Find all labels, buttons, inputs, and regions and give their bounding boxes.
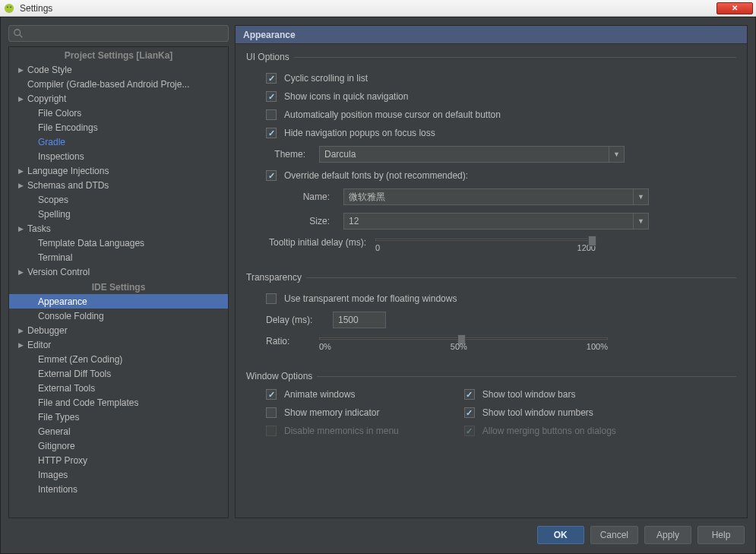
ide-item[interactable]: ▶Debugger	[9, 323, 228, 337]
hide-popups-checkbox[interactable]	[266, 128, 277, 138]
tree-expand-icon: ▶	[18, 327, 26, 334]
project-item[interactable]: Inspections	[9, 149, 228, 163]
override-fonts-checkbox[interactable]	[266, 170, 277, 181]
project-item[interactable]: Compiler (Gradle-based Android Proje...	[9, 77, 228, 91]
tree-expand-icon: ▶	[18, 341, 26, 349]
mnemon-checkbox[interactable]	[266, 426, 277, 436]
ide-item[interactable]: File and Code Templates	[9, 395, 228, 410]
right-panel: Appearance UI Options Cyclic scrolling i…	[235, 25, 748, 518]
project-item[interactable]: Template Data Languages	[9, 236, 228, 250]
ide-item[interactable]: Images	[9, 467, 228, 482]
animate-checkbox[interactable]	[266, 389, 277, 400]
dropdown-caret-icon: ▼	[633, 214, 648, 229]
override-fonts-label: Override default fonts by (not recommend…	[284, 170, 468, 181]
tree-expand-icon: ▶	[18, 268, 26, 276]
svg-point-2	[10, 6, 11, 8]
project-item[interactable]: ▶Schemas and DTDs	[9, 178, 228, 192]
search-input[interactable]	[8, 25, 229, 42]
font-name-select[interactable]: 微软雅黑▼	[343, 188, 649, 205]
group-ui-options-legend: UI Options	[246, 52, 294, 62]
tree-expand-icon: ▶	[18, 95, 26, 103]
settings-tree[interactable]: Project Settings [LianKa] ▶Code StyleCom…	[8, 46, 229, 518]
tree-item-label: Editor	[27, 340, 51, 350]
tooltip-min: 0	[375, 243, 380, 252]
tree-item-label: Compiler (Gradle-based Android Proje...	[27, 79, 189, 90]
tree-item-label: Tasks	[27, 223, 51, 234]
window-buttons: ✕	[715, 2, 753, 14]
ide-item[interactable]: External Tools	[9, 381, 228, 395]
ide-item[interactable]: Intentions	[9, 482, 228, 496]
theme-select[interactable]: Darcula▼	[319, 146, 625, 163]
project-item[interactable]: ▶Tasks	[9, 221, 228, 236]
group-transparency-legend: Transparency	[246, 272, 306, 283]
tree-item-label: Terminal	[38, 252, 72, 263]
tree-item-label: Debugger	[27, 325, 68, 336]
toolnums-checkbox[interactable]	[464, 407, 475, 418]
group-window-options-legend: Window Options	[246, 371, 317, 381]
tree-item-label: Version Control	[27, 267, 90, 277]
panel-title: Appearance	[236, 26, 747, 44]
slider-thumb[interactable]	[588, 236, 596, 246]
ide-item[interactable]: ▶Editor	[9, 337, 228, 352]
app-icon	[3, 2, 15, 14]
window-close-button[interactable]: ✕	[716, 2, 753, 14]
help-button[interactable]: Help	[697, 526, 745, 544]
mnemon-label: Disable mnemonics in menu	[284, 426, 399, 436]
project-item[interactable]: File Encodings	[9, 120, 228, 135]
search-wrap	[8, 25, 229, 42]
ide-item[interactable]: Emmet (Zen Coding)	[9, 352, 228, 366]
tooltip-delay-label: Tooltip initial delay (ms):	[246, 237, 375, 248]
project-item[interactable]: ▶Version Control	[9, 264, 228, 279]
project-item[interactable]: Spelling	[9, 207, 228, 221]
tree-item-label: Inspections	[38, 151, 84, 162]
transparent-label: Use transparent mode for floating window…	[284, 293, 457, 304]
auto-mouse-label: Automatically position mouse cursor on d…	[284, 109, 501, 120]
project-item[interactable]: Terminal	[9, 250, 228, 264]
cancel-button[interactable]: Cancel	[590, 526, 638, 544]
trans-delay-value: 1500	[338, 315, 359, 325]
merge-checkbox[interactable]	[464, 426, 475, 436]
show-icons-checkbox[interactable]	[266, 91, 277, 102]
apply-button[interactable]: Apply	[644, 526, 691, 544]
ide-item[interactable]: File Types	[9, 410, 228, 424]
ratio-min: 0%	[319, 342, 331, 351]
toolbars-checkbox[interactable]	[464, 389, 475, 400]
ide-item[interactable]: External Diff Tools	[9, 366, 228, 381]
ide-item[interactable]: Gitignore	[9, 438, 228, 453]
font-name-label: Name:	[246, 192, 330, 202]
memory-checkbox[interactable]	[266, 407, 277, 418]
tree-item-label: Copyright	[27, 93, 66, 104]
show-icons-label: Show icons in quick navigation	[284, 91, 408, 102]
trans-delay-label: Delay (ms):	[266, 315, 319, 325]
auto-mouse-checkbox[interactable]	[266, 109, 277, 120]
ok-button[interactable]: OK	[537, 526, 584, 544]
trans-delay-field[interactable]: 1500	[333, 312, 386, 328]
tree-item-label: Gradle	[38, 137, 65, 147]
project-item[interactable]: ▶Copyright	[9, 91, 228, 106]
theme-value: Darcula	[324, 149, 356, 160]
ide-item[interactable]: HTTP Proxy	[9, 453, 228, 467]
project-item[interactable]: ▶Language Injections	[9, 163, 228, 178]
cyclic-checkbox[interactable]	[266, 73, 277, 84]
project-item[interactable]: ▶Code Style	[9, 62, 228, 77]
tree-expand-icon: ▶	[18, 66, 26, 74]
transparent-checkbox[interactable]	[266, 293, 277, 304]
ratio-max: 100%	[587, 342, 608, 351]
ide-item[interactable]: Appearance	[9, 294, 228, 309]
ide-item[interactable]: General	[9, 424, 228, 438]
font-size-select[interactable]: 12▼	[343, 213, 649, 230]
search-icon	[13, 28, 24, 39]
ide-item[interactable]: Console Folding	[9, 309, 228, 323]
project-item[interactable]: Scopes	[9, 192, 228, 207]
trans-ratio-slider[interactable]: 0%50%100%	[319, 336, 608, 351]
tooltip-delay-slider[interactable]: 01200	[375, 237, 596, 252]
memory-label: Show memory indicator	[284, 407, 379, 418]
window-title: Settings	[20, 3, 715, 14]
font-size-label: Size:	[246, 216, 330, 226]
group-transparency: Transparency Use transparent mode for fl…	[246, 272, 736, 359]
project-item[interactable]: File Colors	[9, 106, 228, 120]
project-item[interactable]: Gradle	[9, 135, 228, 149]
tree-item-label: Language Injections	[27, 166, 109, 176]
tree-item-label: Intentions	[38, 484, 77, 495]
font-size-value: 12	[349, 216, 359, 226]
